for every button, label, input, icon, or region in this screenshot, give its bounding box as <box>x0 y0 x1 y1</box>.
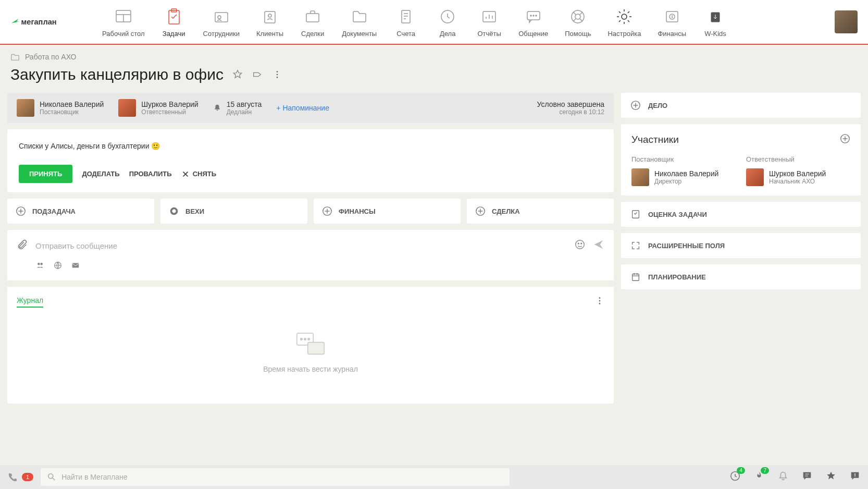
nav-tasks[interactable]: Задачи <box>153 2 195 43</box>
participants-panel: Участники Постановщик Николаев Валерий Д… <box>621 124 861 195</box>
chat-icon <box>524 7 543 27</box>
nav-communication[interactable]: Общение <box>510 2 556 43</box>
status-block: Условно завершена сегодня в 10:12 <box>537 100 604 116</box>
chart-icon <box>479 7 499 27</box>
phone-button[interactable]: 1 <box>7 472 33 482</box>
svg-point-35 <box>277 71 278 72</box>
svg-point-60 <box>301 338 303 340</box>
nav-help[interactable]: Помощь <box>556 2 599 43</box>
fire-notif-icon[interactable]: 7 <box>753 470 765 484</box>
clock-notif-icon[interactable]: 4 <box>729 470 741 484</box>
bell-notif-icon[interactable] <box>777 470 789 484</box>
alert-notif-icon[interactable]: ! <box>849 470 861 484</box>
star-icon[interactable] <box>232 69 243 80</box>
page-title: Закупить канцелярию в офис <box>10 66 224 83</box>
message-input[interactable] <box>35 238 567 253</box>
plus-circle-icon <box>16 206 26 216</box>
dashboard-icon <box>114 7 133 27</box>
folder-icon <box>350 7 369 27</box>
nav-clients[interactable]: Клиенты <box>248 2 292 43</box>
nav-finance[interactable]: Финансы <box>649 2 695 43</box>
people-icon[interactable] <box>35 261 45 272</box>
svg-line-28 <box>573 19 576 21</box>
close-icon <box>181 170 190 178</box>
svg-line-29 <box>580 19 582 21</box>
accept-button[interactable]: ПРИНЯТЬ <box>19 165 72 183</box>
deal-tile[interactable]: СДЕЛКА <box>467 199 614 224</box>
send-icon[interactable] <box>593 239 604 252</box>
briefcase-icon <box>303 7 323 27</box>
breadcrumb[interactable]: Работа по АХО <box>0 45 868 66</box>
svg-point-23 <box>536 15 537 16</box>
globe-icon[interactable] <box>53 261 63 272</box>
participant-owner[interactable]: Николаев Валерий Директор <box>631 168 736 186</box>
svg-point-50 <box>578 243 579 244</box>
global-search-input[interactable] <box>61 473 503 481</box>
lifebuoy-icon <box>568 7 588 27</box>
svg-rect-55 <box>72 263 79 268</box>
description-text: Списки у Алисы, деньги в бухгалтерии 🙂 <box>19 142 602 150</box>
search-icon <box>47 472 56 482</box>
participant-assignee[interactable]: Шурков Валерий Начальник АХО <box>746 168 850 186</box>
nav-desktop[interactable]: Рабочий стол <box>94 2 153 43</box>
user-avatar[interactable] <box>835 10 858 33</box>
finances-tile[interactable]: ФИНАНСЫ <box>314 199 461 224</box>
global-search[interactable] <box>41 468 510 486</box>
nav-reports[interactable]: Отчёты <box>468 2 510 43</box>
tag-icon[interactable] <box>252 69 263 80</box>
subtask-tile[interactable]: ПОДЗАДАЧА <box>7 199 154 224</box>
svg-point-58 <box>599 303 601 304</box>
evaluation-panel[interactable]: ОЦЕНКА ЗАДАЧИ <box>621 202 861 227</box>
planning-panel[interactable]: ПЛАНИРОВАНИЕ <box>621 264 861 289</box>
chat-notif-icon[interactable] <box>801 470 813 484</box>
remove-button[interactable]: СНЯТЬ <box>181 170 216 178</box>
nav-deals[interactable]: Сделки <box>292 2 333 43</box>
nav-employees[interactable]: Сотрудники <box>195 2 248 43</box>
extended-fields-panel[interactable]: РАСШИРЕННЫЕ ПОЛЯ <box>621 233 861 258</box>
svg-point-61 <box>304 338 306 340</box>
svg-rect-71 <box>633 274 639 281</box>
svg-line-27 <box>580 12 582 15</box>
nav-wkids[interactable]: W-Kids <box>695 2 736 43</box>
svg-rect-63 <box>308 343 325 354</box>
add-participant-icon[interactable] <box>840 133 850 146</box>
svg-line-76 <box>53 478 55 481</box>
journal-card: Журнал Время начать вести журнал <box>7 287 614 404</box>
add-reminder-link[interactable]: + Напоминание <box>276 104 329 112</box>
nav-invoices[interactable]: Счета <box>385 2 427 43</box>
message-card <box>7 230 614 280</box>
svg-point-51 <box>581 243 582 244</box>
owner-avatar <box>17 99 34 117</box>
plus-circle-icon <box>475 206 486 216</box>
milestones-tile[interactable]: ВЕХИ <box>160 199 307 224</box>
box-icon <box>705 7 725 27</box>
svg-point-9 <box>268 14 271 17</box>
owner-block[interactable]: Николаев Валерий Постановщик <box>17 99 104 117</box>
fail-button[interactable]: ПРОВАЛИТЬ <box>129 170 172 178</box>
svg-point-25 <box>575 14 580 19</box>
attach-icon[interactable] <box>17 239 28 252</box>
svg-rect-11 <box>402 10 410 23</box>
rework-button[interactable]: ДОДЕЛАТЬ <box>82 170 119 178</box>
nav-affairs[interactable]: Дела <box>427 2 468 43</box>
plus-circle-icon <box>322 206 332 216</box>
nav-settings[interactable]: Настройка <box>599 2 649 43</box>
svg-point-75 <box>48 474 53 479</box>
logo[interactable]: мегаплан <box>10 14 73 30</box>
mail-icon[interactable] <box>71 261 80 272</box>
svg-rect-10 <box>306 14 319 22</box>
svg-point-62 <box>308 338 310 340</box>
gear-icon <box>614 7 634 27</box>
deadline-block[interactable]: 15 августа Дедлайн <box>213 100 262 116</box>
employees-icon <box>212 7 231 27</box>
journal-menu-icon[interactable] <box>595 296 604 308</box>
svg-point-56 <box>599 297 601 299</box>
emoji-icon[interactable] <box>574 239 586 252</box>
assignee-block[interactable]: Шурков Валерий Ответственный <box>118 99 198 117</box>
star-notif-icon[interactable] <box>825 470 837 484</box>
nav-documents[interactable]: Документы <box>333 2 385 43</box>
journal-tab[interactable]: Журнал <box>17 296 43 308</box>
folder-icon <box>10 52 20 62</box>
delo-panel[interactable]: ДЕЛО <box>621 93 861 118</box>
more-icon[interactable] <box>271 69 283 80</box>
